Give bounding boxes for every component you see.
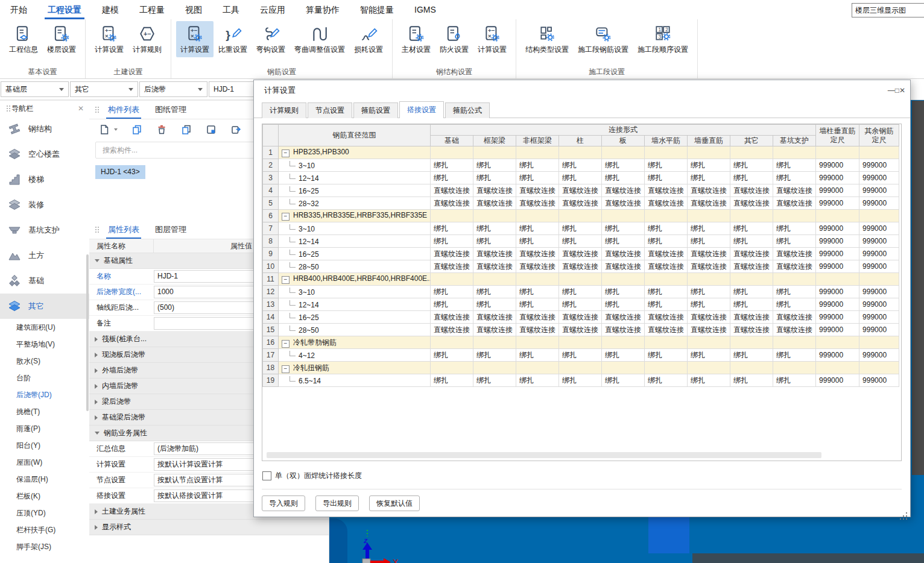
resize-grip[interactable] — [906, 512, 907, 514]
table-cell[interactable] — [773, 362, 816, 374]
connection-value-cell[interactable]: 直螺纹连接 — [773, 324, 816, 336]
connection-value-cell[interactable]: 绑扎 — [559, 222, 602, 235]
sidebar-subitem[interactable]: 台阶 — [0, 370, 89, 386]
wall-column-length-cell[interactable]: 999000 — [816, 260, 859, 273]
connection-value-cell[interactable]: 绑扎 — [431, 159, 473, 172]
sidebar-subitem[interactable]: 散水(S) — [0, 353, 89, 370]
connection-value-cell[interactable]: 绑扎 — [688, 349, 730, 362]
connection-value-cell[interactable]: 直螺纹连接 — [431, 248, 473, 260]
menu-item[interactable]: 视图 — [175, 0, 212, 19]
wall-column-length-cell[interactable]: 999000 — [816, 374, 859, 387]
table-cell[interactable] — [516, 210, 559, 222]
diameter-range-cell[interactable]: −冷轧扭钢筋 — [279, 362, 431, 374]
connection-value-cell[interactable]: 绑扎 — [559, 159, 602, 172]
connection-value-cell[interactable]: 绑扎 — [645, 349, 688, 362]
connection-value-cell[interactable]: 绑扎 — [559, 172, 602, 184]
other-length-cell[interactable]: 999000 — [859, 298, 899, 311]
table-cell[interactable] — [645, 146, 688, 159]
connection-value-cell[interactable]: 绑扎 — [645, 374, 688, 387]
connection-value-cell[interactable]: 绑扎 — [730, 235, 773, 248]
connection-value-cell[interactable]: 绑扎 — [602, 349, 645, 362]
connection-value-cell[interactable]: 直螺纹连接 — [431, 260, 473, 273]
ribbon-button[interactable]: 工程信息 — [5, 21, 42, 57]
table-cell[interactable] — [773, 273, 816, 286]
store-component-icon[interactable] — [206, 124, 217, 135]
wall-column-length-cell[interactable]: 999000 — [816, 286, 859, 298]
connection-value-cell[interactable]: 直螺纹连接 — [473, 260, 516, 273]
connection-value-cell[interactable]: 绑扎 — [730, 159, 773, 172]
connection-value-cell[interactable]: 绑扎 — [473, 235, 516, 248]
menu-item[interactable]: 算量协作 — [296, 0, 350, 19]
connection-value-cell[interactable]: 直螺纹连接 — [431, 197, 473, 210]
diameter-range-cell[interactable]: 16~25 — [279, 184, 431, 197]
connection-value-cell[interactable]: 绑扎 — [431, 235, 473, 248]
other-length-cell[interactable]: 999000 — [859, 286, 899, 298]
connection-value-cell[interactable]: 绑扎 — [516, 374, 559, 387]
connection-value-cell[interactable]: 绑扎 — [559, 298, 602, 311]
connection-value-cell[interactable]: 绑扎 — [688, 298, 730, 311]
connection-value-cell[interactable]: 直螺纹连接 — [516, 324, 559, 336]
collapse-icon[interactable]: − — [282, 365, 290, 373]
connection-value-cell[interactable]: 直螺纹连接 — [559, 197, 602, 210]
connection-value-cell[interactable]: 直螺纹连接 — [730, 197, 773, 210]
diameter-range-cell[interactable]: 3~10 — [279, 159, 431, 172]
table-cell[interactable] — [431, 362, 473, 374]
connection-value-cell[interactable]: 绑扎 — [773, 235, 816, 248]
collapse-icon[interactable]: − — [282, 340, 290, 348]
connection-value-cell[interactable]: 绑扎 — [730, 172, 773, 184]
connection-value-cell[interactable]: 直螺纹连接 — [431, 311, 473, 324]
menu-item[interactable]: 建模 — [92, 0, 129, 19]
other-length-cell[interactable]: 999000 — [859, 311, 899, 324]
table-cell[interactable] — [688, 273, 730, 286]
dialog-action-button[interactable]: 导入规则 — [262, 495, 305, 511]
connection-value-cell[interactable]: 绑扎 — [773, 374, 816, 387]
connection-value-cell[interactable]: 直螺纹连接 — [516, 260, 559, 273]
ribbon-button[interactable]: +−×计算设置 — [473, 21, 511, 57]
table-cell[interactable] — [730, 362, 773, 374]
diameter-range-cell[interactable]: −HRB400,HRB400E,HRBF400,HRBF400E... — [279, 273, 431, 286]
table-cell[interactable] — [816, 336, 859, 349]
connection-value-cell[interactable]: 绑扎 — [730, 374, 773, 387]
connection-value-cell[interactable]: 直螺纹连接 — [559, 260, 602, 273]
connection-value-cell[interactable]: 直螺纹连接 — [473, 197, 516, 210]
diameter-range-cell[interactable]: 12~14 — [279, 298, 431, 311]
sidebar-item[interactable]: 基础 — [0, 268, 89, 294]
connection-value-cell[interactable]: 直螺纹连接 — [516, 184, 559, 197]
other-length-cell[interactable]: 999000 — [859, 374, 899, 387]
sidebar-subitem[interactable]: 屋面(W) — [0, 454, 89, 471]
ribbon-button[interactable]: +−计算规则 — [128, 21, 166, 57]
connection-value-cell[interactable]: 直螺纹连接 — [645, 260, 688, 273]
connection-value-cell[interactable]: 直螺纹连接 — [431, 324, 473, 336]
connection-value-cell[interactable]: 绑扎 — [645, 159, 688, 172]
diameter-range-cell[interactable]: 3~10 — [279, 222, 431, 235]
wall-column-length-cell[interactable]: 999000 — [816, 248, 859, 260]
table-cell[interactable] — [688, 336, 730, 349]
ribbon-button[interactable]: 防火设置 — [435, 21, 473, 57]
table-cell[interactable] — [688, 210, 730, 222]
sidebar-subitem[interactable]: 挑檐(T) — [0, 403, 89, 420]
table-cell[interactable] — [816, 146, 859, 159]
connection-value-cell[interactable]: 直螺纹连接 — [730, 324, 773, 336]
connection-value-cell[interactable]: 直螺纹连接 — [645, 184, 688, 197]
sidebar-item[interactable]: 基坑支护 — [0, 218, 89, 243]
connection-value-cell[interactable]: 直螺纹连接 — [730, 248, 773, 260]
table-cell[interactable] — [431, 336, 473, 349]
menu-item[interactable]: IGMS — [404, 0, 446, 19]
new-component-icon[interactable] — [99, 124, 110, 135]
connection-value-cell[interactable]: 直螺纹连接 — [688, 311, 730, 324]
dialog-action-button[interactable]: 导出规则 — [315, 495, 359, 511]
diameter-range-cell[interactable]: 28~32 — [279, 197, 431, 210]
table-cell[interactable] — [730, 210, 773, 222]
layer-selector-dropdown[interactable]: 基础层 — [1, 81, 69, 97]
menu-item[interactable]: 开始 — [0, 0, 37, 19]
drag-handle-icon[interactable] — [95, 107, 97, 108]
connection-value-cell[interactable]: 绑扎 — [730, 222, 773, 235]
connection-value-cell[interactable]: 直螺纹连接 — [773, 248, 816, 260]
table-cell[interactable] — [816, 210, 859, 222]
diameter-range-cell[interactable]: −冷轧带肋钢筋 — [279, 336, 431, 349]
table-cell[interactable] — [730, 273, 773, 286]
table-cell[interactable] — [602, 362, 645, 374]
connection-value-cell[interactable]: 直螺纹连接 — [730, 260, 773, 273]
connection-value-cell[interactable]: 绑扎 — [773, 298, 816, 311]
ribbon-button[interactable]: 施工段钢筋设置 — [574, 21, 633, 57]
